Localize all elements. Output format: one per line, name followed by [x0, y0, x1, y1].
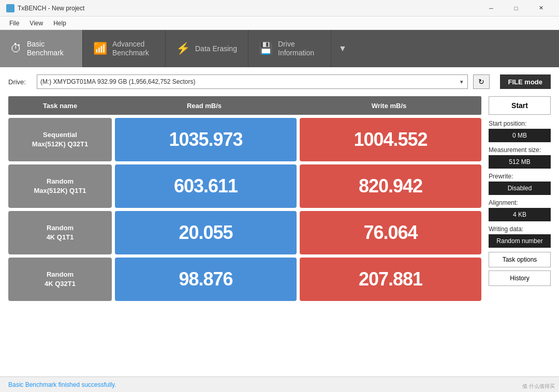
watermark: 值 什么值得买	[522, 383, 555, 390]
writing-data-value[interactable]: Random number	[489, 234, 551, 248]
close-button[interactable]: ✕	[529, 1, 553, 16]
title-bar: TxBENCH - New project ─ □ ✕	[0, 0, 559, 17]
minimize-button[interactable]: ─	[479, 1, 503, 16]
data-erasing-icon: ⚡	[176, 42, 190, 55]
task-name-0: SequentialMax(512K) Q32T1	[8, 118, 112, 161]
write-value-2: 76.064	[300, 211, 481, 254]
measurement-size-value[interactable]: 512 MB	[489, 155, 551, 169]
drive-select-value: (M:) XMYDGT01MA 932.99 GB (1,956,642,752…	[40, 78, 195, 85]
alignment-value[interactable]: 4 KB	[489, 208, 551, 221]
drive-refresh-button[interactable]: ↻	[473, 74, 490, 89]
benchmark-table: Task name Read mB/s Write mB/s Sequentia…	[8, 96, 481, 304]
main-content: Drive: (M:) XMYDGT01MA 932.99 GB (1,956,…	[0, 67, 559, 376]
drive-information-icon: 💾	[259, 42, 273, 55]
menu-file[interactable]: File	[4, 18, 24, 28]
restore-button[interactable]: □	[504, 1, 528, 16]
menu-view[interactable]: View	[24, 18, 48, 28]
tab-advanced-benchmark[interactable]: 📶 AdvancedBenchmark	[83, 30, 166, 67]
read-value-2: 20.055	[115, 211, 297, 254]
tab-data-erasing[interactable]: ⚡ Data Erasing	[166, 30, 248, 67]
file-mode-button[interactable]: FILE mode	[500, 74, 551, 89]
history-button[interactable]: History	[489, 270, 551, 286]
drive-select[interactable]: (M:) XMYDGT01MA 932.99 GB (1,956,642,752…	[37, 74, 468, 89]
measurement-size-label: Measurement size:	[489, 146, 551, 154]
drive-information-label: DriveInformation	[278, 40, 314, 57]
drive-row: Drive: (M:) XMYDGT01MA 932.99 GB (1,956,…	[8, 74, 551, 89]
table-row: RandomMax(512K) Q1T1 603.611 820.942	[8, 164, 481, 208]
prewrite-section: Prewrite: Disabled	[489, 173, 551, 195]
start-position-section: Start position: 0 MB	[489, 120, 551, 142]
write-value-1: 820.942	[300, 164, 481, 208]
start-button[interactable]: Start	[489, 96, 551, 115]
basic-benchmark-label: BasicBenchmark	[27, 40, 64, 57]
write-value-0: 1004.552	[300, 118, 481, 161]
sidebar: Start Start position: 0 MB Measurement s…	[489, 96, 551, 304]
read-value-1: 603.611	[115, 164, 297, 208]
header-task: Task name	[8, 102, 112, 110]
start-position-label: Start position:	[489, 120, 551, 127]
drive-label: Drive:	[8, 78, 32, 86]
window-title: TxBENCH - New project	[18, 5, 479, 12]
benchmark-container: Task name Read mB/s Write mB/s Sequentia…	[8, 96, 551, 304]
status-text: Basic Benchmark finished successfully.	[8, 381, 116, 388]
basic-benchmark-icon: ⏱	[10, 42, 22, 55]
table-header: Task name Read mB/s Write mB/s	[8, 96, 481, 115]
read-value-0: 1035.973	[115, 118, 297, 161]
task-name-1: RandomMax(512K) Q1T1	[8, 164, 112, 208]
measurement-size-section: Measurement size: 512 MB	[489, 146, 551, 169]
advanced-benchmark-label: AdvancedBenchmark	[112, 40, 149, 57]
data-erasing-label: Data Erasing	[195, 44, 237, 53]
prewrite-label: Prewrite:	[489, 173, 551, 180]
alignment-label: Alignment:	[489, 199, 551, 206]
table-row: SequentialMax(512K) Q32T1 1035.973 1004.…	[8, 118, 481, 161]
toolbar: ⏱ BasicBenchmark 📶 AdvancedBenchmark ⚡ D…	[0, 30, 559, 67]
task-name-2: Random4K Q1T1	[8, 211, 112, 254]
read-value-3: 98.876	[115, 258, 297, 301]
prewrite-value[interactable]: Disabled	[489, 182, 551, 195]
alignment-section: Alignment: 4 KB	[489, 199, 551, 221]
refresh-icon: ↻	[478, 78, 484, 86]
writing-data-label: Writing data:	[489, 225, 551, 233]
tab-drive-information[interactable]: 💾 DriveInformation	[248, 30, 331, 67]
start-position-value[interactable]: 0 MB	[489, 129, 551, 142]
writing-data-section: Writing data: Random number	[489, 225, 551, 248]
header-write: Write mB/s	[297, 102, 481, 110]
table-row: Random4K Q1T1 20.055 76.064	[8, 211, 481, 254]
advanced-benchmark-icon: 📶	[93, 42, 107, 55]
menu-bar: File View Help	[0, 17, 559, 30]
menu-help[interactable]: Help	[48, 18, 71, 28]
app-icon	[6, 4, 14, 12]
window-controls: ─ □ ✕	[479, 1, 553, 16]
task-options-button[interactable]: Task options	[489, 252, 551, 267]
status-bar: Basic Benchmark finished successfully.	[0, 376, 559, 392]
write-value-3: 207.881	[300, 258, 481, 301]
task-name-3: Random4K Q32T1	[8, 258, 112, 301]
table-row: Random4K Q32T1 98.876 207.881	[8, 258, 481, 301]
toolbar-more-button[interactable]: ▼	[331, 30, 354, 67]
drive-select-chevron: ▼	[459, 79, 464, 85]
header-read: Read mB/s	[112, 102, 297, 110]
tab-basic-benchmark[interactable]: ⏱ BasicBenchmark	[0, 30, 83, 67]
